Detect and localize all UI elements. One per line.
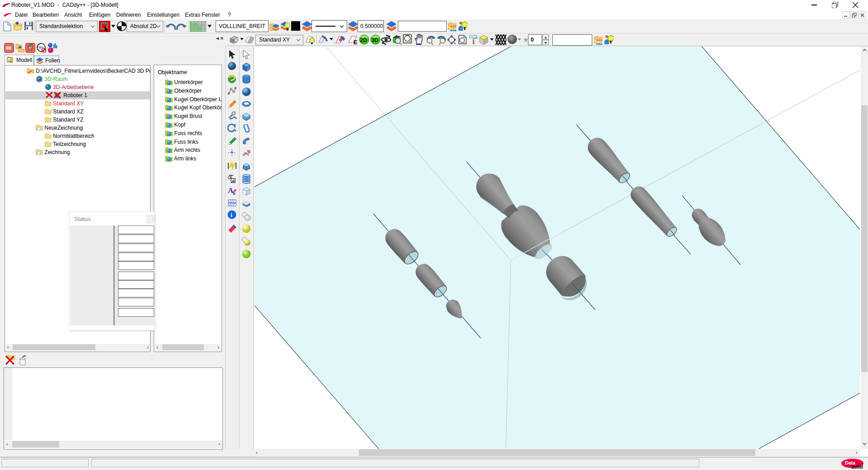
svg-text:b: b — [233, 192, 236, 195]
svg-text:i: i — [231, 212, 232, 218]
svg-text:2D: 2D — [360, 37, 368, 43]
svg-text:A: A — [232, 179, 235, 183]
svg-text:3D: 3D — [372, 37, 379, 43]
svg-text:Solid: Solid — [851, 464, 863, 470]
svg-text:E: E — [354, 39, 358, 44]
